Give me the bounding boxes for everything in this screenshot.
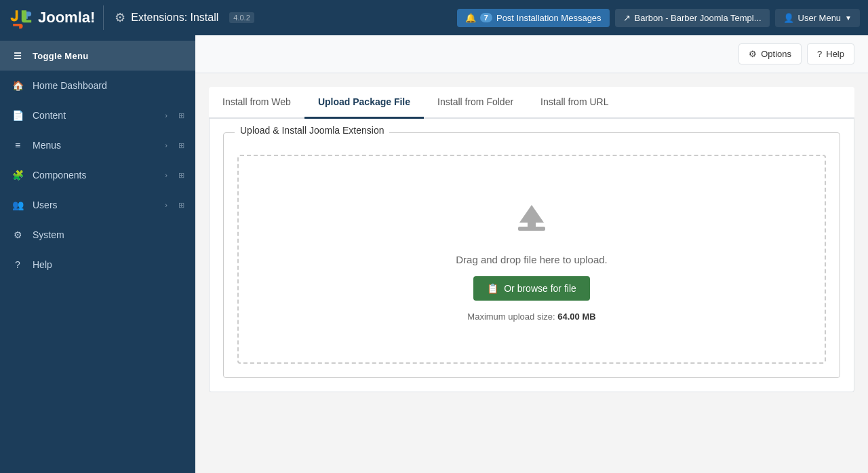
sidebar-item-components[interactable]: 🧩 Components › ⊞	[0, 160, 195, 190]
sidebar-toggle-item[interactable]: ☰ Toggle Menu	[0, 41, 195, 71]
svg-marker-1	[519, 205, 544, 227]
main-layout: ☰ Toggle Menu 🏠 Home Dashboard 📄 Content…	[0, 35, 868, 473]
page-heading: Extensions: Install	[131, 12, 218, 24]
file-icon: 📄	[11, 109, 24, 122]
upload-section-legend: Upload & Install Joomla Extension	[235, 125, 389, 136]
content-area: ⚙ Options ? Help Install from Web Upload…	[195, 35, 868, 473]
external-link-icon: ↗	[623, 13, 631, 23]
version-badge: 4.0.2	[229, 12, 254, 23]
toolbar: ⚙ Options ? Help	[195, 35, 868, 73]
sidebar-item-label: Users	[33, 200, 58, 210]
notification-label: Post Installation Messages	[496, 13, 601, 23]
chevron-down-icon: ▼	[845, 14, 852, 22]
sidebar-item-system[interactable]: ⚙ System	[0, 220, 195, 250]
file-icon: 📋	[487, 283, 498, 294]
page-content: Install from Web Upload Package File Ins…	[195, 73, 868, 473]
joomla-logo-icon	[8, 5, 33, 30]
brand-text: Joomla!	[38, 9, 95, 26]
grid-icon: ⊞	[178, 201, 184, 210]
tab-install-from-folder[interactable]: Install from Folder	[424, 87, 527, 119]
grid-icon: ⊞	[178, 111, 184, 120]
navbar: Joomla! ⚙ Extensions: Install 4.0.2 🔔 7 …	[0, 0, 868, 35]
sidebar-item-label: System	[33, 229, 64, 240]
options-label: Options	[761, 49, 791, 59]
browse-file-button[interactable]: 📋 Or browse for file	[473, 276, 590, 301]
max-upload-size: Maximum upload size: 64.00 MB	[467, 311, 595, 322]
help-icon: ?	[11, 258, 24, 271]
navbar-actions: 🔔 7 Post Installation Messages ↗ Barbon …	[457, 9, 860, 27]
grid-icon: ⊞	[178, 171, 184, 180]
options-button[interactable]: ⚙ Options	[738, 43, 802, 64]
tab-install-from-web[interactable]: Install from Web	[209, 87, 304, 119]
user-icon: 👤	[783, 13, 794, 23]
chevron-right-icon: ›	[165, 201, 167, 209]
sidebar-item-help[interactable]: ? Help	[0, 250, 195, 280]
browse-label: Or browse for file	[504, 283, 576, 294]
site-preview-button[interactable]: ↗ Barbon - Barber Joomla Templ...	[615, 9, 770, 27]
chevron-right-icon: ›	[165, 141, 167, 149]
sidebar-item-label: Menus	[33, 140, 61, 151]
brand-logo[interactable]: Joomla!	[8, 5, 104, 30]
home-icon: 🏠	[11, 79, 24, 92]
user-menu-button[interactable]: 👤 User Menu ▼	[775, 9, 860, 27]
sidebar: ☰ Toggle Menu 🏠 Home Dashboard 📄 Content…	[0, 35, 195, 473]
users-icon: 👥	[11, 198, 24, 212]
toggle-menu-label: Toggle Menu	[33, 51, 89, 61]
gear-icon: ⚙	[749, 49, 757, 59]
help-button[interactable]: ? Help	[807, 43, 854, 64]
bell-icon: 🔔	[465, 13, 476, 23]
grid-icon: ⊞	[178, 141, 184, 150]
notification-count: 7	[480, 13, 492, 22]
sidebar-item-label: Home Dashboard	[33, 80, 107, 91]
notification-button[interactable]: 🔔 7 Post Installation Messages	[457, 9, 610, 27]
menu-icon: ≡	[11, 138, 24, 152]
user-menu-label: User Menu	[798, 13, 842, 23]
tabs-nav: Install from Web Upload Package File Ins…	[209, 87, 854, 119]
tab-install-from-url[interactable]: Install from URL	[527, 87, 622, 119]
system-icon: ⚙	[11, 228, 24, 242]
help-label: Help	[826, 49, 844, 59]
toggle-menu-icon: ☰	[11, 49, 24, 62]
chevron-right-icon: ›	[165, 111, 167, 119]
site-label: Barbon - Barber Joomla Templ...	[635, 13, 762, 23]
drag-drop-text: Drag and drop file here to upload.	[456, 254, 607, 265]
page-title-area: ⚙ Extensions: Install 4.0.2	[115, 10, 448, 25]
sidebar-item-menus[interactable]: ≡ Menus › ⊞	[0, 130, 195, 160]
sidebar-item-label: Components	[33, 170, 86, 181]
sidebar-item-label: Content	[33, 110, 66, 121]
svg-rect-0	[518, 227, 545, 231]
sidebar-item-home[interactable]: 🏠 Home Dashboard	[0, 71, 195, 100]
upload-icon	[510, 197, 553, 243]
chevron-right-icon: ›	[165, 171, 167, 179]
tab-upload-package-file[interactable]: Upload Package File	[304, 87, 424, 119]
components-icon: 🧩	[11, 168, 24, 182]
tab-panel-upload: Upload & Install Joomla Extension Drag a…	[209, 119, 854, 392]
sidebar-item-users[interactable]: 👥 Users › ⊞	[0, 190, 195, 220]
sidebar-item-content[interactable]: 📄 Content › ⊞	[0, 100, 195, 130]
upload-dropzone[interactable]: Drag and drop file here to upload. 📋 Or …	[237, 155, 826, 364]
upload-section: Upload & Install Joomla Extension Drag a…	[223, 132, 840, 378]
sidebar-item-label: Help	[33, 259, 52, 270]
question-icon: ?	[817, 49, 822, 59]
